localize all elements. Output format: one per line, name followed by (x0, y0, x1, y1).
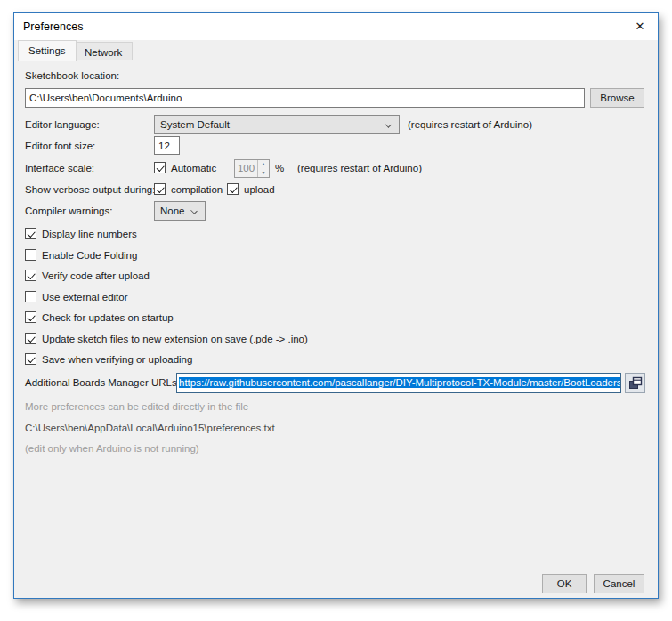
check-updates-startup-checkbox[interactable] (25, 311, 36, 323)
chevron-down-icon (385, 121, 392, 128)
tab-network[interactable]: Network (74, 42, 133, 60)
chevron-down-icon (190, 207, 198, 214)
editor-language-select[interactable]: System Default (154, 115, 400, 134)
browse-button[interactable]: Browse (590, 88, 644, 108)
editor-font-size-label: Editor font size: (25, 141, 95, 151)
footer-note-line1: More preferences can be edited directly … (25, 401, 248, 412)
boards-manager-urls-input[interactable]: https://raw.githubusercontent.com/pascal… (176, 373, 621, 393)
verify-code-after-upload-label: Verify code after upload (42, 270, 150, 281)
close-icon[interactable]: ✕ (631, 19, 649, 35)
compiler-warnings-label: Compiler warnings: (25, 206, 112, 216)
verbose-compilation-label: compilation (171, 184, 223, 195)
tab-settings[interactable]: Settings (18, 40, 77, 61)
verbose-output-label: Show verbose output during: (25, 184, 155, 195)
selected-text: https://raw.githubusercontent.com/pascal… (179, 377, 621, 388)
use-external-editor-label: Use external editor (42, 292, 128, 302)
arrow-down-icon[interactable]: ▼ (258, 169, 269, 178)
boards-manager-urls-label: Additional Boards Manager URLs: (25, 377, 180, 388)
tab-bar: Settings Network (17, 40, 658, 60)
sketchbook-location-input[interactable]: C:\Users\ben\Documents\Arduino (25, 88, 585, 108)
verbose-compilation-checkbox[interactable] (154, 183, 166, 195)
verify-code-after-upload-checkbox[interactable] (25, 270, 36, 281)
editor-language-note: (requires restart of Arduino) (408, 119, 532, 130)
enable-code-folding-checkbox[interactable] (25, 249, 36, 261)
interface-scale-label: Interface scale: (25, 163, 94, 173)
save-when-verifying-label: Save when verifying or uploading (42, 354, 192, 365)
editor-font-size-input[interactable]: 12 (154, 136, 180, 155)
save-when-verifying-checkbox[interactable] (25, 353, 36, 365)
editor-language-value: System Default (160, 119, 230, 130)
cancel-button[interactable]: Cancel (594, 574, 644, 593)
windows-overlap-icon (628, 376, 643, 391)
stepper-arrows[interactable]: ▲ ▼ (257, 160, 269, 177)
open-urls-dialog-button[interactable] (625, 373, 645, 393)
check-updates-startup-label: Check for updates on startup (42, 312, 174, 323)
ok-button[interactable]: OK (542, 574, 587, 593)
preferences-dialog: Preferences ✕ Settings Network Sketchboo… (13, 12, 659, 599)
display-line-numbers-checkbox[interactable] (25, 228, 36, 239)
compiler-warnings-value: None (160, 206, 185, 216)
interface-scale-note: (requires restart of Arduino) (297, 163, 422, 173)
verbose-upload-checkbox[interactable] (227, 183, 239, 195)
enable-code-folding-label: Enable Code Folding (42, 250, 137, 261)
compiler-warnings-select[interactable]: None (154, 201, 206, 221)
interface-scale-unit: % (275, 163, 284, 173)
update-sketch-extension-checkbox[interactable] (25, 333, 36, 344)
interface-scale-automatic-checkbox[interactable] (154, 162, 166, 173)
window-title: Preferences (23, 13, 83, 40)
footer-note-line2: (edit only when Arduino is not running) (25, 443, 199, 454)
editor-language-label: Editor language: (25, 119, 100, 130)
interface-scale-automatic-label: Automatic (171, 163, 216, 173)
arrow-up-icon[interactable]: ▲ (258, 160, 269, 169)
update-sketch-extension-label: Update sketch files to new extension on … (42, 334, 308, 344)
use-external-editor-checkbox[interactable] (25, 291, 36, 302)
interface-scale-value: 100 (235, 160, 257, 177)
verbose-upload-label: upload (244, 184, 275, 195)
display-line-numbers-label: Display line numbers (42, 229, 137, 239)
sketchbook-location-label: Sketchbook location: (25, 70, 119, 81)
titlebar: Preferences ✕ (14, 13, 658, 40)
preferences-file-path: C:\Users\ben\AppData\Local\Arduino15\pre… (25, 423, 275, 433)
interface-scale-stepper[interactable]: 100 ▲ ▼ (234, 159, 270, 178)
